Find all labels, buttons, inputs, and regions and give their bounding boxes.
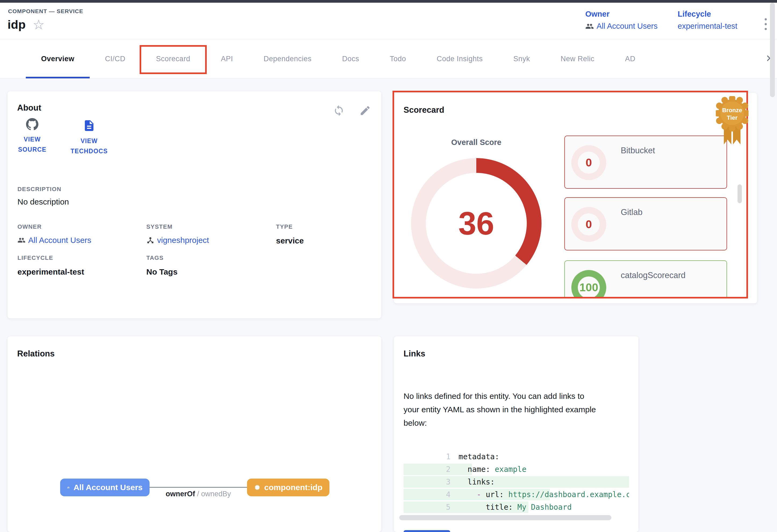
tab-new-relic[interactable]: New Relic	[545, 39, 610, 79]
owner-link[interactable]: All Account Users	[585, 22, 658, 31]
type-field-label: TYPE	[276, 223, 293, 230]
owner-value: All Account Users	[596, 22, 658, 31]
scorecard-item-gitlab[interactable]: 0 Gitlab	[564, 197, 727, 250]
about-card: About VIEW SOURCE VIEW TECHDOCS DESCRIPT…	[7, 91, 381, 318]
links-title: Links	[404, 349, 425, 359]
header-owner-block: Owner All Account Users	[585, 10, 658, 31]
type-field-value: service	[276, 236, 304, 245]
view-source-label: VIEW SOURCE	[15, 134, 50, 155]
scorecard-list-scrollbar[interactable]	[738, 184, 742, 203]
tab-snyk[interactable]: Snyk	[498, 39, 545, 79]
entity-tabs: Overview CI/CD Scorecard API Dependencie…	[0, 39, 777, 79]
description-label: DESCRIPTION	[17, 186, 62, 193]
lifecycle-field-value: experimental-test	[17, 267, 84, 276]
owner-field-value[interactable]: All Account Users	[17, 236, 91, 245]
hub-icon	[146, 236, 154, 244]
bronze-tier-badge: Bronze Tier	[716, 96, 749, 146]
more-options-kebab-icon[interactable]	[760, 18, 771, 30]
page-title-row: idp ☆	[7, 18, 44, 32]
document-icon	[83, 119, 96, 132]
edit-pencil-icon[interactable]	[359, 105, 371, 117]
refresh-icon[interactable]	[333, 105, 345, 117]
lifecycle-value: experimental-test	[678, 22, 737, 31]
tab-cicd[interactable]: CI/CD	[90, 39, 141, 79]
tab-todo[interactable]: Todo	[374, 39, 422, 79]
tab-code-insights[interactable]: Code Insights	[421, 39, 498, 79]
relation-node-component[interactable]: component:idp	[247, 479, 329, 496]
code-line-highlighted: 4 - url: https://dashboard.example.co	[404, 476, 629, 488]
about-title: About	[17, 103, 41, 113]
scorecard-item-list: 0 Bitbucket 0 Gitlab 100 catalogScorecar…	[564, 136, 727, 297]
gitlab-score-gauge: 0	[571, 207, 606, 242]
scorecard-card: Scorecard Bronze Tier Overall Score 36	[394, 93, 757, 303]
tab-docs[interactable]: Docs	[327, 39, 374, 79]
add-link-button[interactable]	[404, 530, 450, 532]
overall-score-value: 36	[458, 205, 494, 242]
entity-header: COMPONENT — SERVICE idp ☆ Owner All Acco…	[0, 3, 777, 39]
people-icon	[585, 22, 594, 31]
yaml-code-block: 1metadata: 2 name: example 3 links: 4 - …	[404, 438, 629, 514]
bitbucket-score-gauge: 0	[571, 145, 606, 180]
relation-target-label: component:idp	[264, 483, 322, 492]
tags-field-label: TAGS	[146, 254, 163, 261]
scorecard-title: Scorecard	[404, 105, 444, 115]
view-techdocs-link[interactable]: VIEW TECHDOCS	[68, 119, 111, 156]
scorecard-item-name: Bitbucket	[621, 146, 655, 155]
relations-card: Relations All Account Users ownerOf / ow…	[7, 336, 381, 532]
relations-title: Relations	[17, 349, 55, 359]
links-card: Links No links defined for this entity. …	[394, 336, 639, 532]
relation-edge-label: ownerOf / ownedBy	[149, 490, 247, 498]
owner-field-label: OWNER	[17, 223, 41, 230]
code-line: 1metadata:	[404, 438, 629, 450]
gitlab-score-value: 0	[585, 218, 592, 231]
relation-node-owner[interactable]: All Account Users	[60, 479, 149, 496]
relation-edge-line	[149, 487, 247, 488]
tab-adr-clipped[interactable]: AD	[610, 39, 651, 79]
links-empty-message: No links defined for this entity. You ca…	[404, 389, 626, 430]
lifecycle-field-label: LIFECYCLE	[17, 254, 53, 261]
view-techdocs-label: VIEW TECHDOCS	[66, 136, 112, 156]
relation-source-label: All Account Users	[74, 483, 142, 492]
system-field-value[interactable]: vigneshproject	[146, 236, 209, 245]
entity-page: COMPONENT — SERVICE idp ☆ Owner All Acco…	[0, 0, 777, 532]
code-horizontal-scrollbar[interactable]	[399, 515, 612, 520]
people-icon	[17, 236, 25, 244]
bitbucket-score-value: 0	[585, 156, 592, 169]
scorecard-item-bitbucket[interactable]: 0 Bitbucket	[564, 136, 727, 189]
tab-api[interactable]: API	[206, 39, 248, 79]
overall-score-gauge: 36	[411, 158, 542, 288]
scorecard-item-name: Gitlab	[621, 208, 643, 217]
tab-overview[interactable]: Overview	[26, 39, 90, 79]
chip-icon	[254, 483, 260, 492]
catalogscorecard-score-value: 100	[579, 281, 598, 294]
people-icon	[67, 483, 70, 492]
badge-text-line2: Tier	[727, 114, 738, 121]
system-field-label: SYSTEM	[146, 223, 173, 230]
description-value: No description	[17, 197, 69, 207]
owner-label: Owner	[585, 10, 658, 18]
view-source-link[interactable]: VIEW SOURCE	[13, 118, 51, 155]
scorecard-item-catalogscorecard[interactable]: 100 catalogScorecard	[564, 260, 727, 297]
scorecard-item-name: catalogScorecard	[621, 271, 685, 280]
catalogscorecard-score-gauge: 100	[571, 270, 606, 297]
badge-text-line1: Bronze	[722, 107, 742, 114]
favorite-star-icon[interactable]: ☆	[32, 18, 44, 31]
breadcrumb: COMPONENT — SERVICE	[8, 8, 83, 14]
header-lifecycle-block: Lifecycle experimental-test	[678, 10, 737, 31]
code-line: 2 name: example	[404, 450, 629, 463]
tags-field-value: No Tags	[146, 267, 178, 276]
top-app-bar	[0, 0, 777, 3]
tab-dependencies[interactable]: Dependencies	[248, 39, 327, 79]
page-title: idp	[7, 18, 25, 32]
page-scrollbar[interactable]	[770, 3, 775, 97]
overall-score-label: Overall Score	[411, 138, 542, 147]
github-icon	[26, 118, 38, 130]
lifecycle-label: Lifecycle	[678, 10, 737, 18]
tab-scorecard[interactable]: Scorecard	[141, 39, 206, 79]
